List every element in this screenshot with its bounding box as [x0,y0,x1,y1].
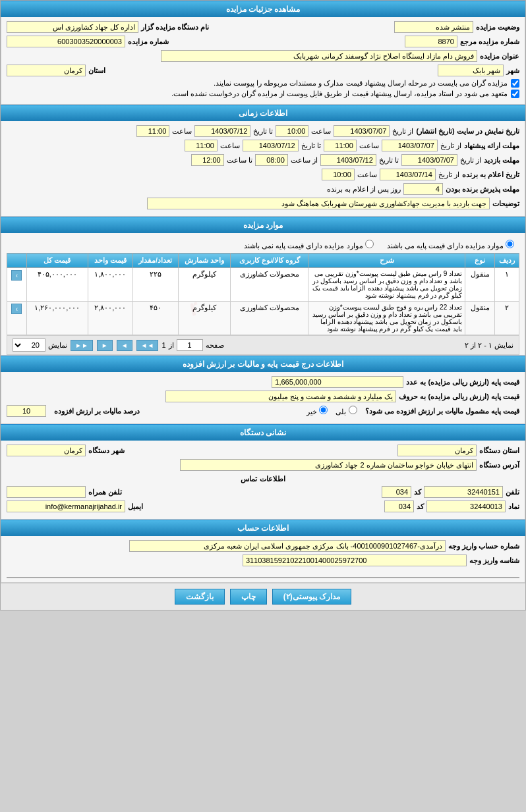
visit-to-date[interactable] [320,154,376,166]
cell-cat-2: محصولات کشاورزی [231,302,308,335]
display-to-time[interactable] [136,125,169,137]
to-time-label-2: ساعت [220,142,240,150]
cell-action-2[interactable]: › [7,302,27,335]
acceptance-days[interactable] [403,183,443,195]
col-type: نوع [465,254,494,268]
phone-input[interactable] [424,486,503,498]
sheba-input[interactable] [243,555,467,566]
visit-from-time[interactable] [255,154,288,166]
section-auction-items: موارد مزایده موارد مزایده دارای قیمت پای… [1,217,525,356]
cell-action-1[interactable]: › [7,268,27,302]
vat-no-label[interactable]: خیر [307,406,328,416]
page-prev-one-btn[interactable]: ◄ [117,340,132,351]
fax-code-input[interactable] [384,501,414,512]
section-details: مشاهده جزئیات مزایده وضعیت مزایده نام دس… [1,1,525,105]
ref-num-label: شماره مزایده مرجع [460,38,519,46]
email-input[interactable] [7,501,125,512]
base-price-text-input[interactable] [165,391,396,402]
page-prev-btn[interactable]: ◄◄ [136,340,159,351]
bottom-buttons: مدارک پیوستی(۲) چاپ بازگشت [1,583,525,610]
city-label: شهر [506,67,519,75]
proposal-to-date[interactable] [243,140,299,151]
vat-percent-label: درصد مالیات بر ارزش افزوده [54,407,140,416]
proposal-from-date[interactable] [382,140,438,151]
device-city-label: شهر دستگاه [88,447,125,455]
to-label-2: تا تاریخ [301,142,321,150]
row-scroll-right-1[interactable]: › [11,270,22,281]
cell-qty-1: ۲۲۵ [132,268,178,302]
from-time-label-3: از ساعت [291,156,318,165]
from-label-1: از تاریخ [392,127,413,136]
section-time-header: اطلاعات زمانی [1,105,525,121]
print-button[interactable]: چاپ [230,589,267,605]
announce-from-date[interactable] [380,169,436,180]
option1-text: موارد مزایده دارای قیمت پایه می باشند [387,242,504,250]
device-address-input[interactable] [180,459,477,471]
cell-unit-1: کیلوگرم [178,268,231,302]
base-price-label: قیمت پایه (ارزش ریالی مزایده) به عدد [406,378,519,387]
items-table: ردیف نوع شرح گروه کالا/نوع کاربری واحد ش… [7,253,519,335]
proposal-to-time[interactable] [185,140,218,151]
phone-code-input[interactable] [382,486,411,498]
city-input[interactable] [438,65,504,76]
title-input[interactable] [161,50,477,62]
visit-from-date[interactable] [401,154,457,166]
section-items-header: موارد مزایده [1,217,525,233]
back-button[interactable]: بازگشت [175,589,225,605]
per-page-select[interactable]: 20 50 100 [13,338,45,352]
device-city-input[interactable] [7,445,86,456]
section-details-header: مشاهده جزئیات مزایده [1,1,525,17]
option1-radio[interactable] [506,240,514,248]
description-label: توضیحات [492,200,519,208]
ref-num-input[interactable] [405,36,457,47]
display-from-time[interactable] [276,125,308,137]
org-name-label: نام دستگاه مزایده گزار [141,23,209,32]
vat-yes-label[interactable]: بلی [336,406,357,416]
option2-label[interactable]: موارد مزایده دارای قیمت پایه نمی باشند [244,240,373,250]
contact-header: اطلاعات تماس [7,475,519,483]
account-input[interactable] [129,540,446,552]
cell-uprice-1: ۱,۸۰۰,۰۰۰ [88,268,132,302]
page-next-one-btn[interactable]: ► [97,340,113,351]
phone-code-label: کد [414,488,421,497]
vat-no-radio[interactable] [319,406,328,414]
visit-to-time[interactable] [191,154,224,166]
page-next-btn[interactable]: ►► [71,340,93,351]
col-qty: تعداد/مقدار [132,254,178,268]
announce-from-time[interactable] [322,169,355,180]
fax-input[interactable] [426,501,506,512]
proposal-from-time[interactable] [324,140,357,151]
time-label-4: ساعت [357,171,377,179]
description-input[interactable] [147,198,490,209]
fax-label: نماد [508,502,519,511]
org-name-input[interactable] [7,21,138,33]
docs-button[interactable]: مدارک پیوستی(۲) [272,589,351,605]
table-row: ۱ منقول تعداد 9 راس میش طبق لیست پیوست*و… [7,268,519,302]
option2-radio[interactable] [365,240,374,248]
row-scroll-right-2[interactable]: › [11,304,22,314]
mobile-input[interactable] [7,486,86,498]
section-bank-info: اطلاعات حساب شماره حساب واریز وجه شناسه … [1,520,525,583]
option1-label[interactable]: موارد مزایده دارای قیمت پایه می باشند [387,240,514,250]
base-price-input[interactable] [272,376,403,388]
auction-status-input[interactable] [394,21,473,33]
col-unit-price: قیمت واحد [88,254,132,268]
vat-yes-radio[interactable] [349,406,357,414]
display-to-date[interactable] [194,125,250,137]
col-unit: واحد شمارش [178,254,231,268]
cell-cat-1: محصولات کشاورزی [231,268,308,302]
vat-percent-input[interactable] [7,405,46,417]
auction-num-label: شماره مزایده [128,38,169,46]
display-from-date[interactable] [334,125,390,137]
col-desc: شرح [308,254,465,268]
device-province-input[interactable] [397,445,477,456]
auction-num-input[interactable] [7,36,125,47]
province-input[interactable] [7,65,86,76]
title-label: عنوان مزایده [480,52,519,61]
note1-checkbox[interactable] [511,79,519,88]
cell-total-2: ۱,۲۶۰,۰۰۰,۰۰۰ [26,302,88,335]
cell-type-1: منقول [465,268,494,302]
from-label-3: از تاریخ [460,156,481,165]
page-input[interactable] [177,339,203,351]
note2-checkbox[interactable] [511,90,519,98]
